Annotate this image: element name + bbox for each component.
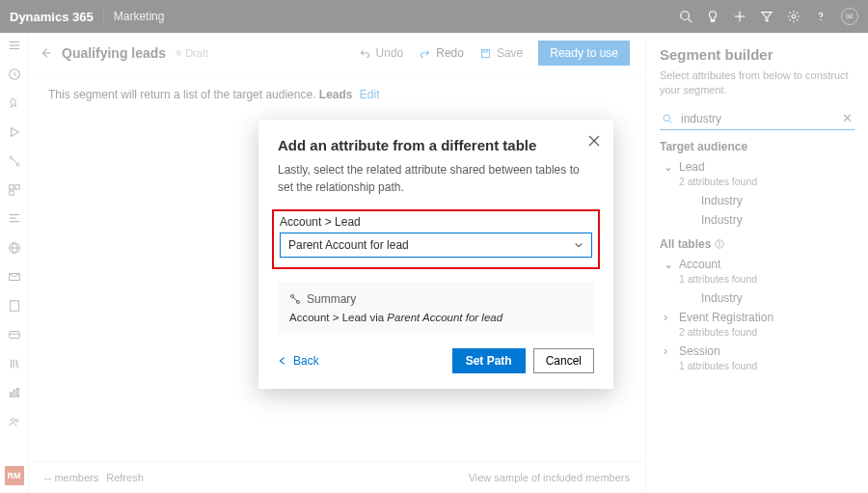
- svg-line-54: [293, 297, 297, 301]
- set-path-button[interactable]: Set Path: [452, 348, 526, 373]
- path-crumb: Account > Lead: [280, 215, 592, 229]
- summary-text: Account > Lead via Parent Account for le…: [289, 312, 583, 323]
- close-icon[interactable]: [588, 135, 600, 147]
- dialog-description: Lastly, select the related attribute sha…: [278, 161, 594, 196]
- summary-icon: [289, 293, 301, 305]
- dialog-title: Add an attribute from a different table: [278, 137, 594, 153]
- relationship-select[interactable]: Parent Account for lead: [280, 233, 592, 258]
- add-attribute-dialog: Add an attribute from a different table …: [258, 120, 613, 389]
- back-link[interactable]: Back: [278, 354, 319, 368]
- summary-box: Summary Account > Lead via Parent Accoun…: [278, 283, 594, 333]
- chevron-down-icon: [574, 240, 583, 250]
- highlight-box: Account > Lead Parent Account for lead: [272, 209, 600, 269]
- cancel-button[interactable]: Cancel: [533, 348, 594, 373]
